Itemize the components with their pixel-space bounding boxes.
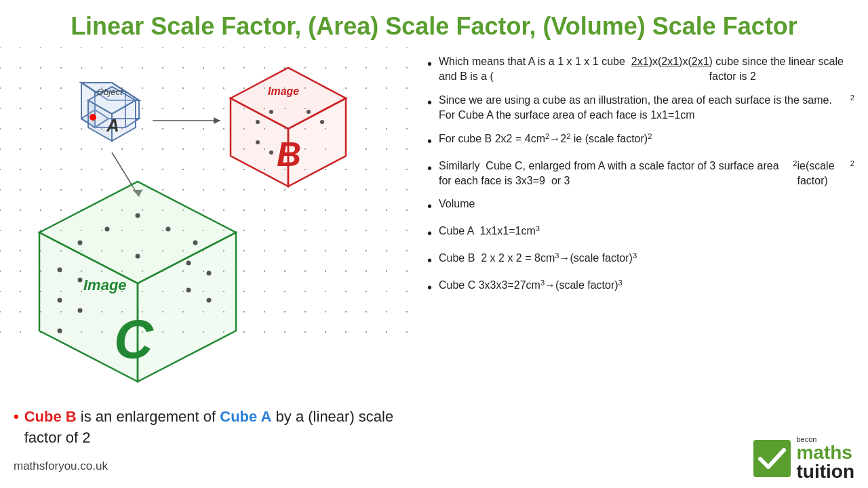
svg-point-44 <box>58 329 62 333</box>
svg-text:Image: Image <box>268 85 299 97</box>
svg-text:C: C <box>114 309 154 369</box>
svg-point-43 <box>78 308 83 313</box>
bullet-8: Cube C 3x3x3=27cm3 →(scale factor)3 <box>427 278 854 297</box>
svg-point-39 <box>136 254 140 259</box>
logo-tuition: tuition <box>796 462 854 481</box>
svg-point-48 <box>207 298 212 303</box>
svg-point-40 <box>58 268 62 272</box>
svg-point-13 <box>90 114 96 121</box>
svg-point-36 <box>136 214 140 218</box>
bullet-7: Cube B 2 x 2 x 2 = 8cm3 →(scale factor)3 <box>427 251 854 270</box>
svg-point-22 <box>269 110 273 114</box>
logo: becon maths tuition <box>753 435 854 481</box>
svg-point-25 <box>256 140 260 144</box>
bullet-6: Cube A 1x1x1=1cm3 <box>427 224 854 243</box>
svg-point-41 <box>78 278 83 283</box>
svg-point-38 <box>193 241 198 245</box>
website-link: mathsforyou.co.uk <box>14 460 108 473</box>
bullet-1: Which means that A is a 1 x 1 x 1 cube a… <box>427 54 854 85</box>
bullet-2: Since we are using a cube as an illustra… <box>427 93 854 123</box>
svg-point-42 <box>58 298 62 303</box>
svg-point-34 <box>78 241 83 245</box>
svg-text:B: B <box>277 136 301 174</box>
svg-text:Object: Object <box>97 87 123 97</box>
bullet-list: Which means that A is a 1 x 1 x 1 cube a… <box>427 54 854 297</box>
cube-a-svg: Object A <box>71 80 153 158</box>
check-icon <box>753 440 791 477</box>
svg-point-24 <box>320 120 324 124</box>
svg-text:A: A <box>106 115 119 136</box>
svg-text:Image: Image <box>83 277 127 293</box>
cube-c-svg: Image C <box>19 175 283 409</box>
svg-point-37 <box>166 227 171 232</box>
logo-maths: maths <box>796 443 852 462</box>
logo-text: becon maths tuition <box>796 435 854 481</box>
page-title: Linear Scale Factor, (Area) Scale Factor… <box>0 0 868 47</box>
bullet-3: For cube B 2x2 = 4cm2 →22 ie (scale fact… <box>427 131 854 150</box>
svg-point-45 <box>186 261 191 266</box>
enlargement-middle: is an enlargement of <box>77 408 220 425</box>
svg-point-21 <box>256 120 260 124</box>
svg-point-46 <box>207 271 212 276</box>
right-panel: Which means that A is a 1 x 1 x 1 cube a… <box>420 47 868 481</box>
bullet-5: Volume <box>427 197 854 216</box>
bullet-4: Similarly Cube C, enlarged from A with a… <box>427 159 854 189</box>
svg-point-26 <box>269 150 273 155</box>
svg-point-23 <box>307 110 311 114</box>
svg-point-35 <box>105 227 110 232</box>
cube-b-label: Cube B <box>24 408 77 425</box>
svg-point-47 <box>186 288 191 293</box>
cube-a-label: Cube A <box>220 408 271 425</box>
